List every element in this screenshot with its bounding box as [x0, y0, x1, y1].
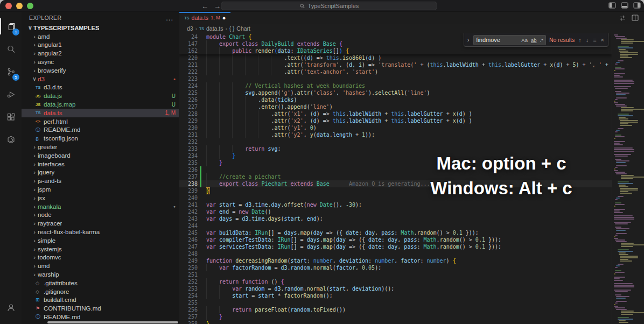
code-line-242[interactable]: 242var end = new Date() — [179, 208, 612, 215]
tree-item-.gitattributes[interactable]: ◇.gitattributes — [22, 279, 179, 287]
breadcrumb-folder[interactable]: d3 — [187, 25, 193, 32]
code-line-241[interactable]: 241var start = d3.time.day.offset(new Da… — [179, 201, 612, 208]
code-line-231[interactable]: 231.attr('y2', y(data.length + 1)); — [179, 131, 612, 138]
tree-item-greeter[interactable]: ›greeter — [22, 143, 179, 151]
tree-item-data.js[interactable]: JSdata.jsU — [22, 91, 179, 100]
explorer-more-actions-icon[interactable]: ... — [166, 14, 173, 22]
account-icon[interactable] — [0, 296, 22, 319]
tree-item-react-flux-babel-karma[interactable]: ›react-flux-babel-karma — [22, 228, 179, 236]
tree-item-node[interactable]: ›node — [22, 211, 179, 220]
explorer-icon[interactable]: 1 — [0, 15, 22, 38]
tree-item-.gitignore[interactable]: ◇.gitignore — [22, 287, 179, 296]
dirty-indicator-icon[interactable]: ● — [222, 15, 226, 21]
tree-item-tsconfig.json[interactable]: {}tsconfig.json — [22, 134, 179, 143]
minimap[interactable] — [612, 33, 644, 324]
code-line-254[interactable]: 254start = start * factorRandom(); — [179, 292, 612, 299]
find-expand-chevron-icon[interactable]: › — [466, 37, 471, 43]
code-line-256[interactable]: 256return parseFloat(random.toFixed()) — [179, 306, 612, 313]
source-control-icon[interactable]: 5 — [0, 60, 22, 83]
tree-item-data.js.map[interactable]: JSdata.js.mapU — [22, 100, 179, 109]
tree-item-data.ts[interactable]: TSdata.ts1, M — [22, 109, 179, 117]
code-line-243[interactable]: 243var days = d3.time.days(start, end); — [179, 215, 612, 222]
code-line-224[interactable]: 224// Vertical hashes at week boundaries — [179, 82, 612, 89]
code-line-229[interactable]: 229.attr('x2', (d) => this.labelWidth + … — [179, 117, 612, 124]
find-input-value[interactable]: findmove — [476, 37, 518, 43]
nav-forward-icon[interactable]: → — [214, 2, 221, 10]
tree-item-warship[interactable]: ›warship — [22, 270, 179, 279]
tree-item-jspm[interactable]: ›jspm — [22, 185, 179, 194]
tree-item-CONTRIBUTING.md[interactable]: ⚑CONTRIBUTING.md — [22, 304, 179, 313]
maximize-window-button[interactable] — [27, 3, 33, 9]
toggle-sidebar-icon[interactable] — [608, 2, 616, 9]
regex-icon[interactable]: .* — [540, 37, 543, 43]
extensions-icon[interactable] — [0, 105, 22, 128]
code-line-228[interactable]: 228.attr('x1', (d) => this.labelWidth + … — [179, 110, 612, 117]
amazon-q-icon[interactable] — [0, 128, 22, 151]
tree-item-js-and-ts[interactable]: ›js-and-ts — [22, 177, 179, 185]
code-line-245[interactable]: 245var buildData: IRun[] = days.map(day … — [179, 229, 612, 236]
tree-item-buildall.cmd[interactable]: ⊞buildall.cmd — [22, 296, 179, 305]
toggle-panel-icon[interactable] — [621, 2, 628, 9]
code-line-249[interactable]: 249function decreasingRandom(start: numb… — [179, 257, 612, 264]
whole-word-icon[interactable]: ab — [531, 37, 537, 43]
tab-data-ts[interactable]: TS data.ts 1, M ● — [179, 12, 230, 24]
tree-item-todomvc[interactable]: ›todomvc — [22, 253, 179, 262]
search-icon[interactable] — [0, 38, 22, 60]
code-line-251[interactable]: 251 — [179, 271, 612, 278]
tree-item-interfaces[interactable]: ›interfaces — [22, 160, 179, 168]
tree-item-README.md[interactable]: ⓘREADME.md — [22, 313, 179, 321]
match-case-icon[interactable]: Aa — [521, 37, 528, 43]
code-line-220[interactable]: 220.text((d) => this.iso8601(d) ) — [179, 54, 612, 61]
code-line-232[interactable]: 232 — [179, 138, 612, 145]
tree-item-jsx[interactable]: ›jsx — [22, 194, 179, 202]
code-line-230[interactable]: 230.attr('y1', 0) — [179, 124, 612, 131]
code-line-222[interactable]: 222.attr('text-anchor', 'start') — [179, 68, 612, 75]
tree-item-jquery[interactable]: ›jquery — [22, 168, 179, 177]
run-debug-icon[interactable] — [0, 83, 22, 105]
tree-root[interactable]: ∨ TYPESCRIPTSAMPLES — [22, 24, 179, 32]
code-line-250[interactable]: 250var factorRandom = d3.random.normal(f… — [179, 264, 612, 271]
code-line-257[interactable]: 257} — [179, 313, 612, 320]
code-line-226[interactable]: 226.data(ticks) — [179, 96, 612, 103]
code-line-223[interactable]: 223 — [179, 75, 612, 82]
toggle-secondary-sidebar-icon[interactable] — [633, 2, 641, 9]
split-editor-icon[interactable] — [632, 15, 639, 21]
tree-item-perf.html[interactable]: <>perf.html — [22, 117, 179, 126]
command-center-search[interactable]: TypeScriptSamples — [221, 2, 437, 10]
close-window-button[interactable] — [5, 3, 12, 9]
code-line-247[interactable]: 247var servicesTestData: IRun[] = days.m… — [179, 243, 612, 250]
tree-item-imageboard[interactable]: ›imageboard — [22, 151, 179, 160]
tree-item-d3.d.ts[interactable]: TSd3.d.ts — [22, 83, 179, 92]
tree-item-README.md[interactable]: ⓘREADME.md — [22, 126, 179, 135]
tree-item-simple[interactable]: ›simple — [22, 236, 179, 245]
tree-item-amd[interactable]: ›amd — [22, 32, 179, 41]
minimize-window-button[interactable] — [16, 3, 23, 9]
tree-item-systemjs[interactable]: ›systemjs — [22, 245, 179, 253]
code-line-248[interactable]: 248 — [179, 250, 612, 257]
breadcrumb-file[interactable]: data.ts — [206, 25, 223, 32]
breadcrumb-symbol[interactable]: Chart — [236, 25, 250, 32]
tree-item-browserify[interactable]: ›browserify — [22, 66, 179, 75]
code-line-162[interactable]: 162public render(data: IDataSeries[]) { — [179, 47, 612, 54]
close-icon[interactable]: × — [600, 37, 605, 43]
find-in-selection-icon[interactable]: ≡ — [592, 37, 597, 43]
code-line-227[interactable]: 227.enter().append('line') — [179, 103, 612, 110]
code-line-246[interactable]: 246var compilerTestData: IRun[] = days.m… — [179, 236, 612, 243]
tree-item-angular2[interactable]: ›angular2 — [22, 49, 179, 58]
tree-item-d3[interactable]: ∨d3● — [22, 75, 179, 83]
code-line-255[interactable]: 255 — [179, 299, 612, 306]
nav-back-icon[interactable]: ← — [201, 2, 208, 10]
code-line-258[interactable]: 258} — [179, 320, 612, 324]
code-line-252[interactable]: 252return function () { — [179, 278, 612, 285]
code-line-221[interactable]: 221.attr('transform', (d, i) => 'transla… — [179, 61, 612, 68]
tree-item-mankala[interactable]: ›mankala● — [22, 202, 179, 211]
tree-item-umd[interactable]: ›umd — [22, 262, 179, 270]
tree-item-angular1[interactable]: ›angular1 — [22, 41, 179, 50]
find-next-icon[interactable]: ↓ — [585, 37, 590, 43]
open-changes-icon[interactable] — [619, 15, 626, 22]
find-previous-icon[interactable]: ↑ — [578, 37, 582, 43]
code-line-225[interactable]: 225svg.append('g').attr('class', 'hashes… — [179, 89, 612, 96]
tree-item-raytracer[interactable]: ›raytracer — [22, 219, 179, 228]
code-line-244[interactable]: 244 — [179, 222, 612, 229]
tree-item-async[interactable]: ›async — [22, 58, 179, 66]
